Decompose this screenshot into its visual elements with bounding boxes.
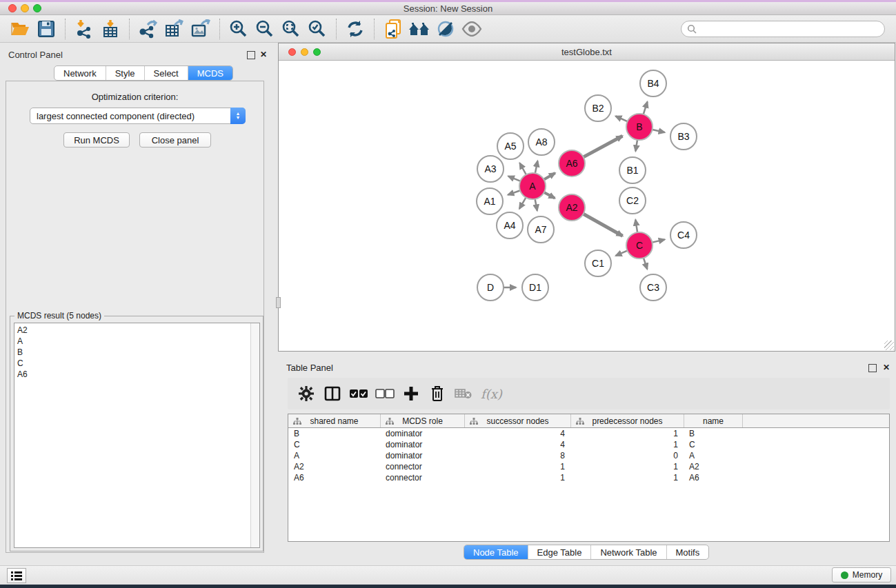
export-table-icon[interactable] — [161, 18, 188, 40]
graph-node-c[interactable]: C — [626, 232, 653, 259]
mcds-result-item[interactable]: A2 — [17, 325, 259, 336]
mcds-result-list[interactable]: A2ABCA6 — [14, 323, 260, 548]
select-all-icon[interactable] — [346, 382, 372, 405]
gear-icon[interactable] — [293, 382, 319, 405]
maximize-view-button[interactable] — [313, 48, 321, 56]
close-panel-icon[interactable]: ✕ — [259, 51, 268, 59]
mcds-result-item[interactable]: C — [17, 358, 259, 369]
close-view-button[interactable] — [288, 48, 296, 56]
task-history-button[interactable] — [7, 568, 26, 583]
zoom-out-icon[interactable] — [252, 18, 278, 40]
graph-node-a1[interactable]: A1 — [476, 187, 504, 215]
tab-node-table[interactable]: Node Table — [464, 545, 528, 559]
graph-node-c4[interactable]: C4 — [670, 221, 697, 249]
graph-node-a8[interactable]: A8 — [528, 128, 555, 156]
search-input[interactable] — [697, 23, 879, 34]
tab-edge-table[interactable]: Edge Table — [528, 545, 591, 559]
graph-node-b[interactable]: B — [626, 113, 653, 141]
mcds-result-item[interactable]: A6 — [17, 369, 259, 380]
table-cell[interactable]: connector — [380, 461, 464, 472]
table-cell[interactable]: 0 — [570, 450, 684, 461]
columns-icon[interactable] — [319, 382, 346, 405]
delete-icon[interactable] — [424, 382, 450, 405]
float-table-panel-icon[interactable] — [868, 364, 877, 372]
resize-grip-icon[interactable] — [884, 341, 894, 350]
graph-node-a6[interactable]: A6 — [558, 150, 586, 177]
minimize-window-button[interactable] — [21, 4, 29, 12]
column-header-shared-name[interactable]: shared name — [288, 414, 380, 427]
graph-node-a4[interactable]: A4 — [496, 212, 524, 239]
tab-network-table[interactable]: Network Table — [590, 545, 666, 559]
export-network-icon[interactable] — [135, 18, 161, 40]
table-cell[interactable]: A — [684, 450, 742, 461]
table-cell[interactable]: A6 — [288, 472, 380, 483]
column-header-successor-nodes[interactable]: successor nodes — [464, 414, 570, 427]
table-cell[interactable]: 8 — [464, 450, 570, 461]
table-row[interactable]: Cdominator41C — [288, 439, 889, 450]
mcds-result-item[interactable]: B — [17, 347, 259, 358]
import-network-icon[interactable] — [71, 18, 97, 40]
tab-mcds[interactable]: MCDS — [188, 66, 232, 80]
import-table-icon[interactable] — [97, 18, 123, 40]
network-window-titlebar[interactable]: testGlobe.txt — [279, 43, 895, 61]
close-window-button[interactable] — [8, 4, 17, 12]
scrollbar[interactable] — [250, 323, 259, 547]
toggle-details-icon[interactable] — [432, 18, 459, 40]
graph-node-b4[interactable]: B4 — [639, 70, 667, 97]
zoom-selected-icon[interactable] — [304, 18, 330, 40]
splitter-grip[interactable] — [276, 297, 281, 308]
graph-node-a3[interactable]: A3 — [477, 155, 504, 183]
tab-style[interactable]: Style — [106, 66, 144, 80]
delete-table-icon[interactable] — [450, 382, 477, 405]
float-panel-icon[interactable] — [247, 51, 255, 59]
graph-node-b3[interactable]: B3 — [670, 123, 697, 150]
table-cell[interactable]: A2 — [684, 461, 742, 472]
table-cell[interactable]: 4 — [464, 439, 570, 450]
show-graphics-icon[interactable] — [459, 18, 485, 40]
zoom-in-icon[interactable] — [226, 18, 252, 40]
table-cell[interactable]: 1 — [570, 439, 684, 450]
column-header-predecessor-nodes[interactable]: predecessor nodes — [570, 414, 684, 427]
table-cell[interactable]: A2 — [288, 461, 380, 472]
save-session-icon[interactable] — [33, 18, 59, 40]
table-row[interactable]: Adominator80A — [288, 450, 889, 461]
network-canvas[interactable]: AA1A2A3A4A5A6A7A8BB1B2B3B4CC1C2C3C4DD1 — [279, 61, 895, 351]
first-neighbors-icon[interactable] — [406, 18, 432, 40]
table-cell[interactable]: A6 — [684, 472, 742, 483]
graph-node-a[interactable]: A — [519, 172, 546, 200]
function-builder-icon[interactable]: f(x) — [481, 387, 502, 401]
table-cell[interactable]: C — [684, 439, 742, 450]
table-cell[interactable]: A — [288, 450, 380, 461]
graph-node-a2[interactable]: A2 — [558, 194, 586, 221]
tab-select[interactable]: Select — [144, 66, 188, 80]
graph-node-d[interactable]: D — [477, 274, 504, 301]
column-header-MCDS-role[interactable]: MCDS role — [380, 414, 464, 427]
column-header-name[interactable]: name — [684, 414, 742, 427]
tab-network[interactable]: Network — [54, 66, 106, 80]
table-cell[interactable]: 1 — [464, 472, 570, 483]
maximize-window-button[interactable] — [33, 4, 41, 12]
graph-node-d1[interactable]: D1 — [521, 274, 549, 301]
graph-node-c2[interactable]: C2 — [619, 187, 646, 214]
memory-button[interactable]: Memory — [832, 567, 891, 582]
graph-node-b2[interactable]: B2 — [584, 94, 612, 122]
table-cell[interactable]: 1 — [570, 428, 684, 439]
minimize-view-button[interactable] — [301, 48, 308, 56]
graph-node-c3[interactable]: C3 — [639, 274, 667, 301]
close-table-panel-icon[interactable]: ✕ — [882, 364, 890, 372]
table-cell[interactable]: C — [288, 439, 380, 450]
graph-node-a5[interactable]: A5 — [497, 132, 524, 160]
open-file-icon[interactable] — [7, 18, 33, 40]
deselect-all-icon[interactable] — [372, 382, 398, 405]
mcds-result-item[interactable]: A — [17, 336, 259, 347]
table-cell[interactable]: 1 — [570, 472, 684, 483]
table-cell[interactable]: dominator — [380, 428, 464, 439]
run-mcds-button[interactable]: Run MCDS — [63, 132, 130, 148]
table-row[interactable]: Bdominator41B — [288, 428, 889, 439]
optimization-criterion-dropdown[interactable]: largest connected component (directed) ▲… — [30, 108, 246, 124]
table-cell[interactable]: B — [684, 428, 742, 439]
table-cell[interactable]: dominator — [380, 439, 464, 450]
close-panel-button[interactable]: Close panel — [139, 132, 211, 148]
export-image-icon[interactable] — [188, 18, 214, 40]
table-cell[interactable]: connector — [380, 472, 464, 483]
